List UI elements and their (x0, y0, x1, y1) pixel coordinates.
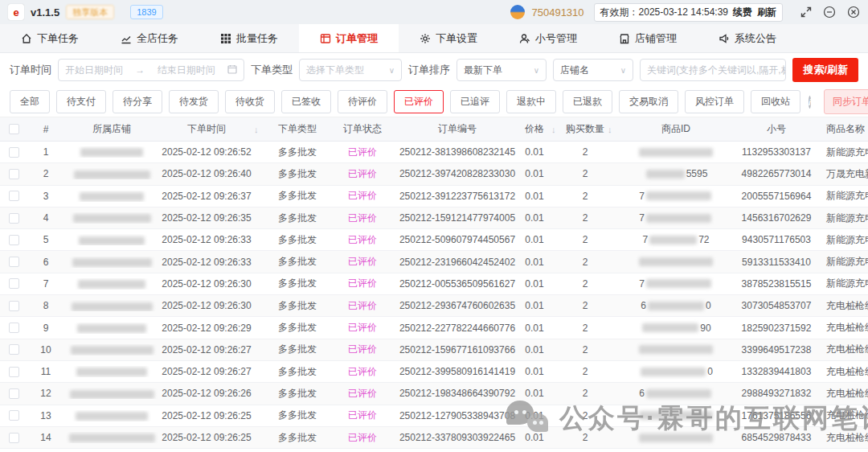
order-type-select[interactable]: 选择下单类型 ∨ (299, 59, 402, 81)
order-type: 多多批发 (267, 212, 328, 225)
row-checkbox[interactable] (9, 278, 19, 289)
status-tab-已追评[interactable]: 已追评 (450, 90, 500, 113)
shop-field-select[interactable]: 店铺名 ∨ (553, 59, 633, 81)
order-price: 0.01 (518, 146, 551, 158)
status-tab-已退款[interactable]: 已退款 (563, 90, 612, 113)
select-all-checkbox[interactable] (9, 124, 19, 134)
row-checkbox[interactable] (9, 147, 19, 158)
row-checkbox-cell (0, 191, 27, 201)
order-status: 已评价 (328, 321, 397, 335)
store-name-blurred (64, 300, 159, 311)
nav-item-1[interactable]: 下单任务 (0, 24, 100, 52)
range-arrow: → (135, 64, 145, 76)
status-tab-回收站[interactable]: 回收站 (751, 90, 800, 113)
product-name: 充电桩枪线 (821, 299, 868, 313)
row-checkbox-cell (0, 344, 27, 355)
close-icon[interactable] (847, 6, 860, 18)
date-range-input[interactable]: 开始日期时间 → 结束日期时间 (58, 59, 244, 81)
row-checkbox[interactable] (9, 344, 19, 355)
status-tab-待分享[interactable]: 待分享 (113, 90, 162, 113)
order-number: 250212-231966042452402 (397, 257, 518, 268)
order-time: 2025-02-12 09:26:30 (159, 300, 254, 311)
row-checkbox[interactable] (9, 323, 19, 333)
status-tab-已评价[interactable]: 已评价 (394, 90, 444, 113)
sync-order-details-button[interactable]: 同步订单详情 (824, 89, 868, 114)
renew-link[interactable]: 续费 (733, 6, 752, 19)
row-checkbox[interactable] (9, 410, 19, 421)
order-time: 2025-02-12 09:26:27 (159, 366, 254, 377)
status-tab-待评价[interactable]: 待评价 (338, 90, 387, 113)
row-checkbox[interactable] (9, 388, 19, 399)
validity-box: 有效期：2025-03-12 14:54:39 续费 刷新 (594, 3, 783, 22)
row-checkbox[interactable] (9, 213, 19, 224)
order-type: 多多批发 (267, 146, 328, 159)
row-index: 6 (27, 257, 64, 268)
xiaohao-number: 3399649517238 (731, 344, 821, 355)
order-price: 0.01 (518, 366, 551, 377)
store-name-blurred (64, 432, 159, 443)
order-sort-select[interactable]: 最新下单 ∨ (457, 59, 547, 81)
store-name-blurred (64, 234, 159, 245)
sort-qty-icon[interactable]: ↓ (608, 125, 620, 134)
row-checkbox[interactable] (9, 169, 19, 179)
xiaohao-number: 2005557156964 (731, 191, 821, 202)
row-checkbox[interactable] (9, 301, 19, 311)
order-price: 0.01 (518, 257, 551, 268)
nav-item-8[interactable]: 系统公告 (698, 24, 797, 52)
keyword-input[interactable]: 关键词(支持多个关键词以,隔开,标注模糊的不 (640, 59, 786, 81)
refresh-link[interactable]: 刷新 (757, 6, 776, 19)
nav-item-4[interactable]: 订单管理 (299, 24, 399, 52)
status-tab-已签收[interactable]: 已签收 (281, 90, 331, 113)
status-tab-退款中[interactable]: 退款中 (506, 90, 556, 113)
row-checkbox[interactable] (9, 257, 19, 267)
user-avatar[interactable] (510, 5, 525, 19)
order-status: 已评价 (328, 343, 397, 356)
order-qty: 2 (563, 410, 608, 421)
app-logo: e (8, 4, 24, 20)
order-status: 已评价 (328, 409, 397, 422)
row-checkbox[interactable] (9, 191, 19, 201)
minimize-icon[interactable] (823, 6, 836, 18)
nav-item-label: 下单任务 (37, 31, 79, 46)
order-price: 0.01 (518, 234, 551, 245)
status-tab-待发货[interactable]: 待发货 (169, 90, 219, 113)
xiaohao-number: 3073054853707 (731, 300, 821, 311)
nav-item-2[interactable]: 全店任务 (100, 24, 199, 52)
sort-price-icon[interactable]: ↓ (551, 125, 563, 134)
row-checkbox-cell (0, 323, 27, 333)
xiaohao-number: 1132953303137 (731, 146, 821, 158)
row-checkbox[interactable] (9, 367, 19, 377)
order-status: 已评价 (328, 255, 397, 269)
col-time: 下单时间 (159, 122, 254, 136)
order-status: 已评价 (328, 146, 397, 159)
nav-item-6[interactable]: 小号管理 (498, 24, 598, 52)
start-date-placeholder: 开始日期时间 (65, 64, 123, 77)
status-tab-全部[interactable]: 全部 (10, 90, 50, 113)
product-id-partially-blurred: 772 (620, 234, 731, 245)
order-type: 多多批发 (267, 321, 328, 335)
app-version: v1.1.5 (31, 6, 59, 18)
title-bar: e v1.1.5 独享版本 1839 750491310 有效期：2025-03… (0, 0, 868, 24)
sort-time-icon[interactable]: ↓ (254, 125, 267, 134)
order-time: 2025-02-12 09:26:52 (159, 146, 254, 158)
table-row: 12025-02-12 09:26:52多多批发已评价250212-381398… (0, 142, 868, 163)
row-checkbox[interactable] (9, 433, 19, 443)
xiaohao-number: 3878523815515 (731, 278, 821, 290)
search-refresh-button[interactable]: 搜索/刷新 (792, 58, 858, 82)
nav-item-7[interactable]: 店铺管理 (598, 24, 698, 52)
order-qty: 2 (563, 191, 608, 202)
order-qty: 2 (563, 146, 608, 158)
info-icon[interactable]: i (809, 96, 811, 109)
status-tab-交易取消[interactable]: 交易取消 (619, 90, 678, 113)
nav-item-5[interactable]: 下单设置 (399, 24, 498, 52)
fullscreen-icon[interactable] (800, 6, 812, 18)
status-tab-待支付[interactable]: 待支付 (56, 90, 106, 113)
order-sort-label: 订单排序 (408, 63, 450, 77)
col-xiaohao: 小号 (731, 122, 821, 136)
status-tab-待收货[interactable]: 待收货 (225, 90, 275, 113)
nav-item-3[interactable]: 批量任务 (199, 24, 299, 52)
chart-icon (121, 33, 132, 44)
status-tab-风控订单[interactable]: 风控订单 (685, 90, 744, 113)
row-checkbox[interactable] (9, 235, 19, 245)
gear-icon (420, 33, 431, 44)
